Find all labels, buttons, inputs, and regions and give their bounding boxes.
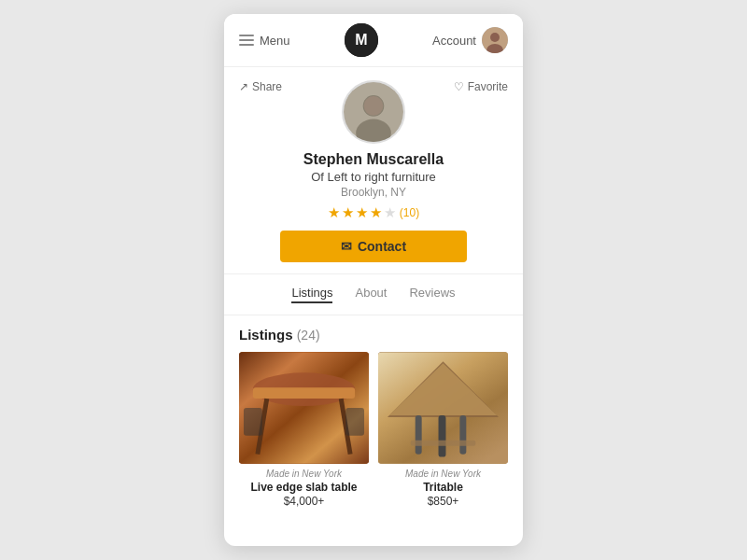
listing-title-2: Tritable [378, 481, 508, 494]
star-5: ★ [384, 204, 396, 221]
star-2: ★ [342, 204, 354, 221]
svg-rect-15 [244, 408, 262, 436]
listings-section: Listings (24) [224, 315, 523, 546]
heart-icon: ♡ [454, 80, 464, 93]
listing-location-2: Made in New York [378, 469, 508, 479]
favorite-button[interactable]: ♡ Favorite [454, 80, 508, 93]
phone-frame: Menu M Account ↗ Share ♡ [224, 14, 523, 546]
hamburger-icon [239, 35, 254, 46]
contact-button[interactable]: ✉ Contact [280, 231, 467, 262]
logo-icon: M [345, 23, 378, 57]
star-4: ★ [370, 204, 382, 221]
stars-row: ★ ★ ★ ★ ★ (10) [328, 204, 419, 221]
envelope-icon: ✉ [341, 239, 352, 254]
header: Menu M Account [224, 14, 523, 67]
listing-image-1 [239, 352, 369, 464]
listing-title-1: Live edge slab table [239, 481, 369, 494]
listing-price-1: $4,000+ [239, 495, 369, 508]
avatar [482, 27, 508, 53]
svg-point-3 [490, 33, 500, 42]
listing-location-1: Made in New York [239, 469, 369, 479]
profile-section: ↗ Share ♡ Favorite Stephen Muscarella Of… [224, 67, 523, 274]
svg-rect-16 [345, 408, 364, 436]
profile-avatar [342, 80, 405, 144]
listing-price-2: $850+ [378, 495, 508, 508]
favorite-label: Favorite [468, 80, 508, 93]
profile-shop: Of Left to right furniture [311, 170, 436, 184]
account-button[interactable]: Account [432, 27, 508, 53]
tab-about[interactable]: About [355, 286, 387, 303]
menu-label: Menu [260, 34, 290, 48]
listing-image-2 [378, 352, 508, 464]
tab-listings[interactable]: Listings [291, 286, 332, 303]
svg-rect-24 [411, 441, 476, 446]
svg-rect-12 [253, 387, 355, 399]
tab-reviews[interactable]: Reviews [409, 286, 455, 303]
svg-rect-21 [439, 415, 446, 457]
contact-label: Contact [358, 239, 406, 254]
listings-header: Listings (24) [239, 327, 508, 343]
profile-location: Brooklyn, NY [341, 186, 406, 199]
account-label: Account [432, 34, 476, 48]
star-3: ★ [356, 204, 368, 221]
star-1: ★ [328, 204, 340, 221]
profile-name: Stephen Muscarella [303, 151, 444, 168]
tabs: Listings About Reviews [224, 274, 523, 315]
svg-rect-22 [416, 415, 422, 455]
review-count: (10) [400, 206, 419, 219]
listings-grid: Made in New York Live edge slab table $4… [239, 352, 508, 508]
listings-title: Listings [239, 327, 293, 343]
share-label: Share [252, 80, 282, 93]
share-button[interactable]: ↗ Share [239, 80, 282, 93]
svg-rect-23 [459, 415, 466, 455]
listing-card[interactable]: Made in New York Live edge slab table $4… [239, 352, 369, 508]
logo: M [345, 23, 378, 57]
menu-button[interactable]: Menu [239, 34, 290, 48]
listings-count: (24) [297, 328, 320, 343]
svg-point-8 [364, 96, 384, 116]
listing-card-2[interactable]: Made in New York Tritable $850+ [378, 352, 508, 508]
svg-text:M: M [355, 32, 367, 48]
share-icon: ↗ [239, 80, 248, 93]
